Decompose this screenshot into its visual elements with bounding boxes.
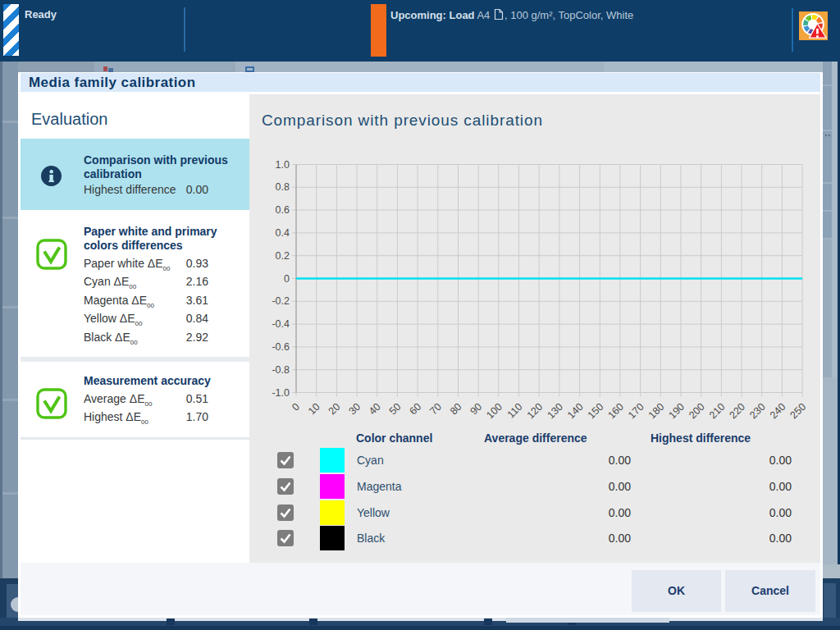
svg-text:0.8: 0.8 xyxy=(276,181,290,193)
svg-text:210: 210 xyxy=(707,401,728,422)
svg-text:40: 40 xyxy=(367,401,383,418)
svg-text:10: 10 xyxy=(306,401,322,418)
svg-text:230: 230 xyxy=(747,401,768,422)
svg-text:1.0: 1.0 xyxy=(276,159,290,171)
svg-text:170: 170 xyxy=(626,401,646,422)
svg-text:-0.2: -0.2 xyxy=(272,295,290,307)
svg-text:-0.6: -0.6 xyxy=(272,341,290,353)
svg-text:0: 0 xyxy=(290,401,302,413)
svg-text:180: 180 xyxy=(646,401,667,422)
svg-text:220: 220 xyxy=(727,401,747,422)
svg-text:160: 160 xyxy=(605,401,626,422)
svg-text:120: 120 xyxy=(525,401,546,422)
svg-text:100: 100 xyxy=(484,401,504,422)
svg-text:-0.4: -0.4 xyxy=(272,318,290,330)
svg-text:0: 0 xyxy=(284,273,290,285)
svg-text:0.2: 0.2 xyxy=(276,250,290,262)
svg-text:0.6: 0.6 xyxy=(276,204,290,216)
svg-text:240: 240 xyxy=(768,401,788,422)
svg-text:-0.8: -0.8 xyxy=(272,364,290,376)
svg-text:-1.0: -1.0 xyxy=(272,387,290,399)
svg-text:150: 150 xyxy=(586,401,606,422)
svg-text:130: 130 xyxy=(545,401,565,422)
svg-text:0.4: 0.4 xyxy=(276,227,290,239)
svg-text:90: 90 xyxy=(468,401,485,418)
svg-text:60: 60 xyxy=(407,401,423,418)
svg-text:20: 20 xyxy=(326,401,343,418)
svg-text:50: 50 xyxy=(387,401,404,418)
svg-text:140: 140 xyxy=(565,401,586,422)
svg-text:190: 190 xyxy=(666,401,687,422)
svg-text:250: 250 xyxy=(788,401,809,422)
svg-text:Comparison with previous calib: Comparison with previous calibration xyxy=(262,112,543,129)
svg-text:30: 30 xyxy=(346,401,363,418)
svg-text:200: 200 xyxy=(687,401,707,422)
svg-text:70: 70 xyxy=(427,401,444,418)
svg-text:80: 80 xyxy=(448,401,464,418)
svg-text:110: 110 xyxy=(505,401,525,421)
